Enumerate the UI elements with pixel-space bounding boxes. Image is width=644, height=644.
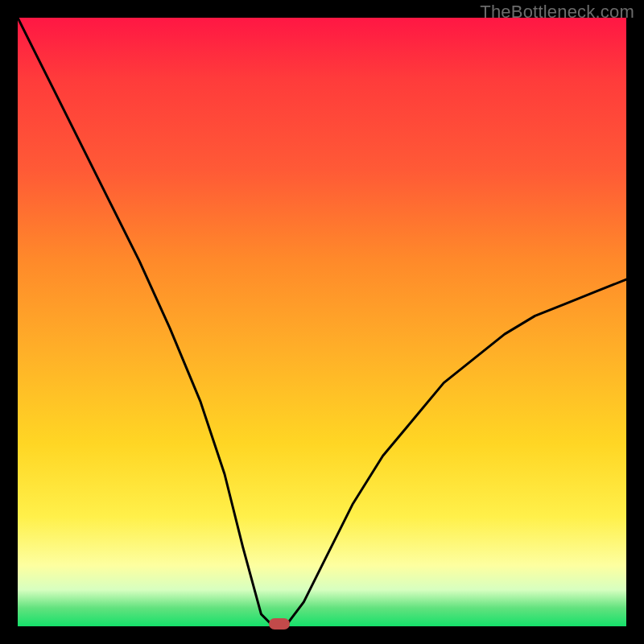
curve-svg: [18, 18, 626, 626]
bottleneck-curve: [18, 18, 626, 626]
minimum-marker: [269, 618, 290, 630]
plot-area: [18, 18, 626, 626]
chart-container: TheBottleneck.com: [0, 0, 644, 644]
